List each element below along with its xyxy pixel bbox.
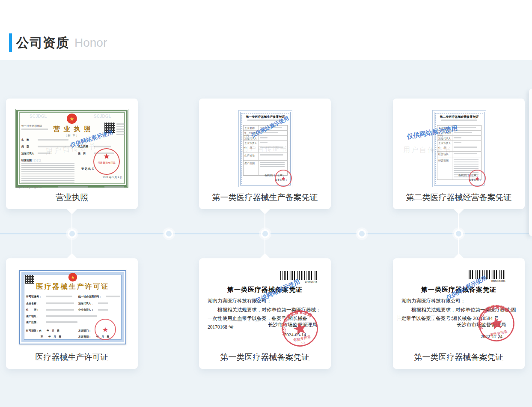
- scope-text-block: [21, 163, 74, 183]
- barcode-code: RBSXOCR1: [469, 280, 505, 282]
- certificate-caption: 营业执照: [6, 192, 138, 203]
- footnote-line: [58, 186, 88, 188]
- field-value: [38, 153, 51, 154]
- field-label: 名 称: [21, 138, 29, 142]
- field-value: [106, 296, 120, 297]
- certificate-caption: 第一类医疗器械生产备案凭证: [199, 192, 331, 203]
- timeline-dot: [164, 229, 173, 238]
- notice-title: 第一类医疗器械备案凭证: [199, 286, 331, 294]
- filing-number-line: [441, 120, 477, 121]
- seal-sub-text: 1-3: [301, 341, 305, 345]
- credit-code-value: [21, 129, 48, 130]
- connector-notch: [260, 209, 270, 214]
- notice-date: 2022-11-24: [481, 334, 502, 339]
- table-label: 企业负责人: [244, 141, 259, 145]
- svg-text:★: ★: [71, 275, 75, 280]
- national-emblem-icon: ★: [68, 272, 78, 282]
- table-label: 统一社会信用代码: [244, 131, 259, 135]
- certificate-caption: 第一类医疗器械备案凭证: [393, 352, 525, 363]
- timeline-dot: [68, 229, 77, 238]
- field-label: 许可证编号：: [26, 295, 42, 299]
- license-date: 2023 年 3 月 9 日: [103, 176, 122, 180]
- table-label: 统一社会信用代码: [437, 131, 452, 135]
- timeline-dot: [454, 229, 463, 238]
- connector-notch: [260, 253, 270, 258]
- field-value: [46, 302, 74, 304]
- table-label: 企业名称: [437, 126, 452, 130]
- certificate-caption: 医疗器械生产许可证: [6, 352, 138, 363]
- connector-notch: [67, 209, 77, 214]
- filing-number-line: [247, 120, 283, 121]
- registrar-label: 登记机关: [81, 167, 95, 171]
- field-value: [94, 146, 111, 147]
- honor-page: 公司资质 Honor ★ 营业执照 （副 本） 统一社会信用代码: [0, 0, 532, 407]
- license-footer-url: http://www.gsxt.gov.cn: [16, 186, 42, 189]
- footnote-line: [104, 186, 124, 188]
- certificate-caption: 第二类医疗器械经营备案凭证: [393, 192, 525, 203]
- certificate-card-class2-operation-filing[interactable]: 第二类医疗器械经营备案凭证 企业名称 统一社会信用代码 法定代表人 企业负责人 …: [393, 99, 525, 209]
- license-side-notes: [116, 123, 125, 136]
- table-label: 住 所: [244, 145, 259, 153]
- section-header: 公司资质 Honor: [9, 33, 107, 52]
- red-seal: 长沙市市场监督管理局 审批专用章 1-3: [278, 306, 322, 351]
- notice-date: 2024-03-14: [284, 332, 306, 337]
- license-subtitle: （副 本）: [18, 134, 126, 138]
- field-value: [38, 139, 68, 141]
- field-label: 成立日期: [78, 145, 88, 149]
- field-label: 住 所：: [26, 308, 39, 312]
- field-value: [98, 302, 108, 304]
- permit-title: 医疗器械生产许可证: [20, 282, 125, 291]
- qr-code: [104, 123, 115, 133]
- field-label: 住 所: [78, 152, 86, 156]
- barcode: [469, 270, 505, 279]
- table-label: 企业负责人: [437, 141, 452, 145]
- red-seal: ★: [275, 170, 292, 187]
- national-emblem-icon: ★: [66, 113, 78, 125]
- field-label: 法定代表人: [21, 152, 34, 156]
- permit-certificate-image: ★ 医疗器械生产许可证 许可证编号： 统一社会信用代码： 企业名称： 法定代表人…: [19, 270, 126, 344]
- notice-addressee: 湖南力宾医疗科技有限公司：: [208, 298, 272, 304]
- svg-text:★: ★: [69, 116, 74, 122]
- notice-addressee: 湖南力宾医疗科技有限公司：: [401, 298, 466, 304]
- connector-notch: [67, 253, 77, 258]
- page-title: 公司资质: [16, 34, 69, 52]
- red-seal: ★ 行政审批专用章: [93, 148, 120, 175]
- field-label: 生产地址：: [26, 314, 39, 318]
- barcode-code: 07MION48: [280, 281, 317, 283]
- license-footnotes: http://www.gsxt.gov.cn: [16, 186, 124, 189]
- timeline-dot: [261, 229, 270, 238]
- field-label: 法定代表人：: [78, 302, 94, 305]
- notice-title: 第一类医疗器械备案凭证: [393, 286, 525, 294]
- certificate-card-class1-production-filing[interactable]: 第一类医疗器械生产备案凭证 企业名称 统一社会信用代码 法定代表人 企业负责人 …: [199, 99, 331, 209]
- filing-table: 企业名称 统一社会信用代码 法定代表人 企业负责人 住 所 生产地址 生产范围: [243, 125, 288, 176]
- field-value: [46, 309, 74, 311]
- field-label: 发证部门：: [78, 329, 91, 333]
- field-label: 经营范围: [21, 159, 32, 162]
- field-value: [46, 296, 72, 297]
- red-seal: 长沙市市场监督管理局 审批专用章 1-3: [474, 301, 519, 346]
- field-label: 类 型: [21, 145, 29, 149]
- business-license-image: ★ 营业执照 （副 本） 统一社会信用代码 名 称 类 型 法定代表人 经营范围…: [16, 110, 128, 187]
- field-value: [38, 146, 74, 147]
- table-label: 法定代表人: [244, 136, 259, 140]
- certificate-card-business-license[interactable]: ★ 营业执照 （副 本） 统一社会信用代码 名 称 类 型 法定代表人 经营范围…: [6, 99, 138, 209]
- field-label: 企业负责人：: [78, 308, 94, 312]
- field-value: [98, 309, 108, 311]
- field-label: 统一社会信用代码：: [78, 295, 101, 299]
- field-label: 生产范围：: [26, 320, 39, 324]
- certificate-card-class1-filing-1[interactable]: 07MION48 第一类医疗器械备案凭证 湖南力宾医疗科技有限公司： 根据相关法…: [199, 258, 331, 369]
- seal-text: 行政审批专用章: [94, 161, 119, 165]
- table-label: 住 所: [437, 145, 452, 151]
- field-label: 至 年 月 日: [41, 335, 61, 339]
- partial-next-card[interactable]: [529, 89, 532, 236]
- table-label: 生产地址: [244, 153, 259, 160]
- certificate-caption: 第一类医疗器械备案凭证: [199, 352, 331, 363]
- field-label: 许可期限：自 年 月 日: [26, 329, 59, 333]
- connector-notch: [454, 209, 464, 214]
- field-label: 企业名称：: [26, 302, 39, 305]
- barcode: [280, 271, 317, 280]
- timeline-dot: [357, 229, 366, 238]
- certificate-card-class1-filing-2[interactable]: RBSXOCR1 第一类医疗器械备案凭证 湖南力宾医疗科技有限公司： 根据相关法…: [393, 258, 525, 369]
- certificate-card-production-permit[interactable]: ★ 医疗器械生产许可证 许可证编号： 统一社会信用代码： 企业名称： 法定代表人…: [6, 258, 138, 369]
- table-label: 企业名称: [244, 126, 259, 130]
